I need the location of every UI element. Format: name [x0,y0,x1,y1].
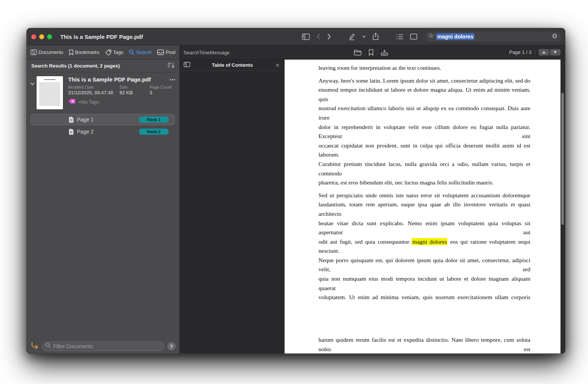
search-icon [429,33,434,40]
zoom-window-button[interactable] [47,34,52,39]
bookmark-icon [69,49,74,55]
size-value: 92 KB [119,90,150,95]
app-window: This is a Sample PDF Page.pdf [26,28,565,354]
search-results-label: Search Results (1 document, 2 pages) [31,63,167,69]
pdf-page-2[interactable]: harum quidem rerum facilis est et expedi… [285,302,560,354]
minimize-window-button[interactable] [39,34,44,39]
page-up-button[interactable] [539,49,549,55]
search-results-header: Search Results (1 document, 2 pages) [27,60,179,72]
pdf-text-line: pharetra, est eros bibendum elit, nec lu… [318,178,530,187]
tag-value[interactable]: <No Tag> [78,99,100,105]
page-count-value: 3 [150,90,172,95]
page-count-label: Page Count [150,85,172,89]
close-window-button[interactable] [31,34,36,39]
sidebar-bottom-bar: ? [27,339,179,354]
pdf-text-line: nostrud exercitation ullamco laboris nis… [318,104,530,122]
pdf-text-line: harum quidem rerum facilis est et expedi… [318,335,530,354]
search-field[interactable]: magni dolores [426,32,560,42]
tab-pool[interactable]: Pool [157,49,175,55]
clear-circle-icon[interactable] [552,33,557,40]
tab-search[interactable]: Search [129,49,152,55]
folder-icon[interactable] [354,49,361,55]
modified-date-value: 21/12/2025, 08:47:40 [68,90,119,95]
tab-label: Pool [165,49,175,55]
pdf-paragraph: Anyway, here's some latin. Lorem ipsum d… [318,76,530,187]
pdf-paragraph: harum quidem rerum facilis est et expedi… [318,335,530,354]
page-doc-icon [69,129,74,135]
tab-label: Bookmarks [75,49,100,55]
tab-bookmarks[interactable]: Bookmarks [69,49,100,55]
pdf-text-line: leaving room for interpretation as the t… [318,63,530,73]
pdf-text-line: odit aut fugit, sed quia consequuntur ma… [318,237,530,256]
pdf-page-1[interactable]: leaving room for interpretation as the t… [285,60,560,302]
sidebar: DocumentsBookmarksTagsSearchPool Search … [27,45,180,354]
page-row-label: Page 2 [77,129,93,135]
search-time-message: SearchTimeMessage [184,49,230,55]
tag-icon [105,49,112,55]
pdf-viewer: leaving room for interpretation as the t… [285,60,565,354]
page-row-page-1[interactable]: Page 1Rank 1 [31,114,175,125]
search-icon [129,49,135,55]
toc-title: Table of Contents [190,62,274,68]
page-row-page-2[interactable]: Page 2Rank 2 [31,126,175,137]
search-query-text[interactable]: magni dolores [436,33,475,40]
document-thumbnail[interactable] [37,76,63,109]
page-frame-icon[interactable] [410,34,417,40]
add-tag-icon[interactable] [68,98,76,106]
page-up-icon [542,51,546,54]
pdf-text-line: beatae vitae dicta sunt explicabo. Nemo … [318,219,530,237]
pdf-text-line: quia non numquam eius modi tempora incid… [318,274,530,293]
panel-toggle-icon[interactable] [184,62,190,69]
tab-documents[interactable]: Documents [31,49,63,55]
bookmark-icon[interactable] [369,49,374,56]
traffic-lights [31,34,52,39]
page-down-button[interactable] [550,49,560,55]
page-result-rows: Page 1Rank 1Page 2Rank 2 [27,114,179,138]
rank-badge: Rank 2 [139,129,168,135]
pool-tray-icon [157,49,164,55]
share-icon[interactable] [372,33,379,40]
back-icon[interactable] [317,34,320,40]
help-button[interactable]: ? [167,342,176,350]
pdf-text-line: laudantium, totam rem aperiam, eaque ips… [318,200,530,218]
viewer-header-bar: SearchTimeMessage [180,45,565,60]
forward-icon[interactable] [327,34,331,40]
rank-badge: Rank 1 [139,117,168,123]
pdf-paragraph: Sed ut perspiciatis unde omnis iste natu… [318,191,530,321]
markup-pen-icon[interactable] [348,33,355,40]
title-bar: This is a Sample PDF Page.pdf [27,28,565,45]
pdf-text-line: Neque porro quisquam est, qui dolorem ip… [318,256,530,274]
inbox-arrow-icon[interactable] [381,49,388,56]
markup-chevron-down-icon[interactable] [362,35,366,38]
modified-date-label: Modified Date [68,85,119,89]
close-icon[interactable]: ✕ [274,62,280,68]
pdf-text-line: Anyway, here's some latin. Lorem ipsum d… [318,76,530,86]
pdf-text-line: Curabitur pretium tincidunt lacus, nulla… [318,160,530,178]
pdf-text-line: Sed ut perspiciatis unde omnis iste natu… [318,191,530,200]
tab-tags[interactable]: Tags [105,49,123,55]
pdf-text-line: occaecat cupidatat non proident, sunt in… [318,141,530,160]
tab-label: Search [136,49,152,55]
page-doc-icon [69,117,74,123]
hook-arrow-icon[interactable] [31,342,39,351]
search-icon [46,343,51,350]
filter-documents-field[interactable] [42,341,164,351]
document-menu-button[interactable]: ••• [170,77,176,83]
list-icon[interactable] [396,34,403,40]
document-title[interactable]: This is a Sample PDF Page.pdf [68,76,170,83]
page-down-icon [554,51,557,54]
size-label: Size [119,85,150,89]
page-indicator: Page 1 / 3 [509,49,531,55]
search-highlight-yellow[interactable]: magni dolores [412,238,447,245]
document-result-item[interactable]: This is a Sample PDF Page.pdf ••• Modifi… [27,72,179,112]
pdf-text-line: dolor in reprehenderit in voluptate veli… [318,123,530,141]
chevron-down-icon[interactable] [29,76,36,109]
sort-descending-icon[interactable] [167,62,175,70]
table-of-contents-panel: Table of Contents ✕ [180,60,285,354]
filter-documents-input[interactable] [53,343,161,349]
sidebar-toggle-icon[interactable] [302,34,310,40]
tab-label: Documents [38,49,63,55]
window-title: This is a Sample PDF Page.pdf [60,34,143,40]
viewer-scrollbar[interactable] [561,93,564,225]
sidebar-tabs: DocumentsBookmarksTagsSearchPool [27,45,179,60]
